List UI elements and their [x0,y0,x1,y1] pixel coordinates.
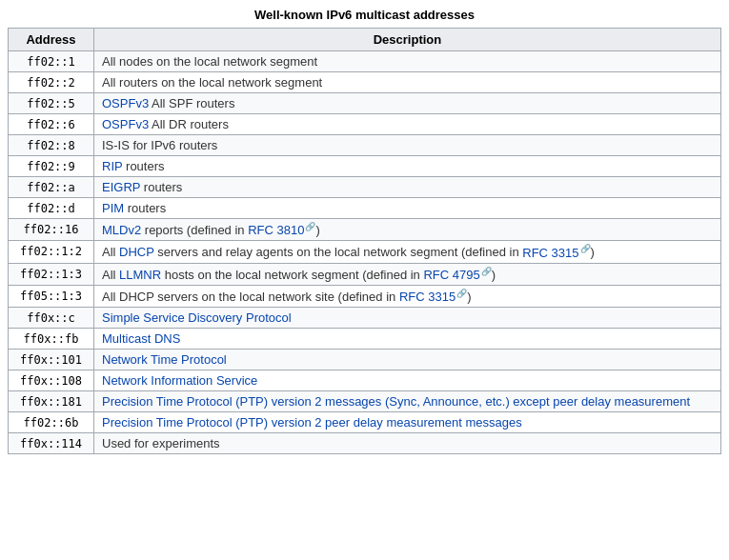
description-cell: MLDv2 reports (defined in RFC 3810) [94,219,721,241]
address-cell: ff02::a [9,177,94,198]
table-row: ff02::1:2All DHCP servers and relay agen… [9,241,721,263]
table-row: ff02::6bPrecision Time Protocol (PTP) ve… [9,412,721,433]
description-cell: Multicast DNS [94,329,721,350]
description-cell: EIGRP routers [94,177,721,198]
description-cell: PIM routers [94,198,721,219]
col-header-address: Address [9,29,94,51]
description-cell: All nodes on the local network segment [94,51,721,72]
address-cell: ff02::8 [9,135,94,156]
address-cell: ff0x::181 [9,391,94,412]
address-cell: ff0x::101 [9,350,94,370]
table-row: ff02::2All routers on the local network … [9,72,721,93]
address-cell: ff02::2 [9,72,94,93]
address-cell: ff02::1:3 [9,263,94,285]
table-row: ff02::9RIP routers [9,156,721,177]
table-row: ff0x::114Used for experiments [9,433,721,454]
address-cell: ff0x::114 [9,433,94,454]
table-row: ff02::1All nodes on the local network se… [9,51,721,72]
description-cell: Precision Time Protocol (PTP) version 2 … [94,391,721,412]
table-row: ff0x::181Precision Time Protocol (PTP) v… [9,391,721,412]
table-row: ff02::1:3All LLMNR hosts on the local ne… [9,263,721,285]
address-cell: ff02::9 [9,156,94,177]
table-row: ff02::6OSPFv3 All DR routers [9,114,721,135]
table-row: ff02::16MLDv2 reports (defined in RFC 38… [9,219,721,241]
table-title: Well-known IPv6 multicast addresses [8,8,721,22]
table-row: ff0x::108Network Information Service [9,370,721,391]
address-cell: ff02::6b [9,412,94,433]
address-cell: ff0x::108 [9,370,94,391]
description-cell: RIP routers [94,156,721,177]
table-row: ff0x::fbMulticast DNS [9,329,721,350]
description-cell: Precision Time Protocol (PTP) version 2 … [94,412,721,433]
description-cell: All LLMNR hosts on the local network seg… [94,263,721,285]
description-cell: Used for experiments [94,433,721,454]
description-cell: All DHCP servers and relay agents on the… [94,241,721,263]
ipv6-multicast-table: Address Description ff02::1All nodes on … [8,28,721,454]
address-cell: ff02::d [9,198,94,219]
address-cell: ff0x::fb [9,329,94,350]
description-cell: Network Time Protocol [94,350,721,370]
table-row: ff05::1:3All DHCP servers on the local n… [9,285,721,307]
address-cell: ff05::1:3 [9,285,94,307]
table-row: ff02::dPIM routers [9,198,721,219]
table-row: ff02::aEIGRP routers [9,177,721,198]
table-row: ff02::8IS-IS for IPv6 routers [9,135,721,156]
table-row: ff0x::101Network Time Protocol [9,350,721,370]
description-cell: Network Information Service [94,370,721,391]
table-row: ff02::5OSPFv3 All SPF routers [9,93,721,114]
address-cell: ff02::6 [9,114,94,135]
col-header-description: Description [94,29,721,51]
description-cell: All DHCP servers on the local network si… [94,285,721,307]
table-row: ff0x::cSimple Service Discovery Protocol [9,308,721,329]
description-cell: OSPFv3 All SPF routers [94,93,721,114]
description-cell: IS-IS for IPv6 routers [94,135,721,156]
description-cell: Simple Service Discovery Protocol [94,308,721,329]
description-cell: OSPFv3 All DR routers [94,114,721,135]
address-cell: ff0x::c [9,308,94,329]
address-cell: ff02::16 [9,219,94,241]
address-cell: ff02::1 [9,51,94,72]
address-cell: ff02::5 [9,93,94,114]
description-cell: All routers on the local network segment [94,72,721,93]
address-cell: ff02::1:2 [9,241,94,263]
